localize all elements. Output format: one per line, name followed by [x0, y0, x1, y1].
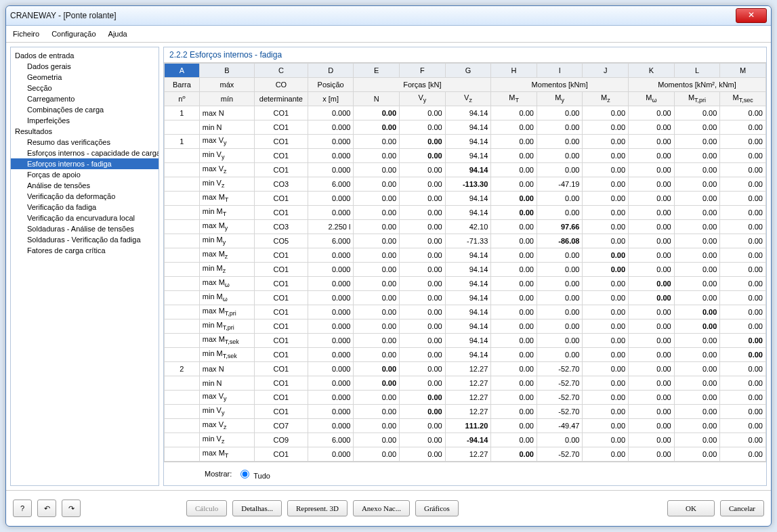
- titlebar[interactable]: CRANEWAY - [Ponte rolante] ✕: [6, 6, 771, 26]
- nav-tree[interactable]: Dados de entrada Dados geraisGeometriaSe…: [10, 47, 159, 486]
- tree-item[interactable]: Soldaduras - Análise de tensões: [11, 223, 159, 234]
- table-row[interactable]: max MT,sekCO10.0000.000.0094.140.000.000…: [165, 334, 766, 348]
- hdr-max[interactable]: máx: [199, 78, 254, 92]
- col-header[interactable]: MT,pri: [674, 92, 720, 106]
- col-letter[interactable]: J: [583, 64, 629, 78]
- menu-config[interactable]: Configuração: [51, 30, 96, 38]
- tree-item[interactable]: Verificação da deformação: [11, 191, 159, 202]
- window-title: CRANEWAY - [Ponte rolante]: [10, 11, 736, 20]
- data-grid[interactable]: ABCDEFGHIJKLM Barra máx CO Posição Força…: [164, 62, 766, 462]
- col-header[interactable]: My: [537, 92, 583, 106]
- col-header[interactable]: determinante: [254, 92, 308, 106]
- tree-item[interactable]: Verificação da fadiga: [11, 202, 159, 213]
- tree-item[interactable]: Soldaduras - Verificação da fadiga: [11, 234, 159, 245]
- table-row[interactable]: max VzCO70.0000.000.00111.200.00-49.470.…: [165, 419, 766, 433]
- tree-item[interactable]: Esforços internos - fadiga: [11, 158, 159, 169]
- col-header[interactable]: Mω: [629, 92, 675, 106]
- table-row[interactable]: min MzCO10.0000.000.0094.140.000.000.000…: [165, 263, 766, 277]
- help-icon[interactable]: ?: [13, 500, 32, 517]
- col-letter[interactable]: D: [308, 64, 354, 78]
- tree-item[interactable]: Verificação da encurvadura local: [11, 213, 159, 223]
- tree-group-results[interactable]: Resultados: [11, 126, 159, 137]
- table-row[interactable]: min NCO10.0000.000.0094.140.000.000.000.…: [165, 120, 766, 135]
- hdr-barra[interactable]: Barra: [165, 78, 200, 92]
- tree-item[interactable]: Esforços internos - capacidade de carga: [11, 148, 159, 158]
- tree-item[interactable]: Forças de apoio: [11, 169, 159, 180]
- tree-item[interactable]: Análise de tensões: [11, 180, 159, 191]
- close-icon[interactable]: ✕: [736, 8, 767, 23]
- table-row[interactable]: max MTCO10.0000.000.0094.140.000.000.000…: [165, 192, 766, 206]
- calc-button[interactable]: Cálculo: [186, 500, 227, 516]
- panel-title: 2.2.2 Esforços internos - fadiga: [164, 47, 766, 62]
- prev-icon[interactable]: ↶: [37, 500, 56, 517]
- table-row[interactable]: 1max VyCO10.0000.000.0094.140.000.000.00…: [165, 135, 766, 149]
- hdr-pos[interactable]: Posição: [308, 78, 354, 92]
- table-row[interactable]: min MyCO56.0000.000.00-71.330.00-86.080.…: [165, 234, 766, 248]
- table-row[interactable]: min VyCO10.0000.000.0012.270.00-52.700.0…: [165, 405, 766, 419]
- col-letter[interactable]: L: [674, 64, 720, 78]
- table-row[interactable]: max MyCO32.250 l0.000.0042.100.0097.660.…: [165, 220, 766, 234]
- tree-item[interactable]: Imperfeições: [11, 115, 159, 126]
- table-row[interactable]: max VzCO10.0000.000.0094.140.000.000.000…: [165, 163, 766, 177]
- table-row[interactable]: 2max NCO10.0000.000.0012.270.00-52.700.0…: [165, 362, 766, 376]
- col-letter[interactable]: A: [165, 64, 200, 78]
- col-header[interactable]: MT: [491, 92, 537, 106]
- hdr-momentos[interactable]: Momentos [kNm]: [491, 78, 629, 92]
- anexo-button[interactable]: Anexo Nac...: [353, 500, 410, 516]
- menu-file[interactable]: Ficheiro: [13, 30, 39, 38]
- col-letter[interactable]: M: [720, 64, 766, 78]
- tree-item[interactable]: Geometria: [11, 72, 159, 83]
- table-row[interactable]: max MzCO10.0000.000.0094.140.000.000.000…: [165, 248, 766, 263]
- details-button[interactable]: Detalhas...: [232, 500, 282, 516]
- col-header[interactable]: mín: [199, 92, 254, 106]
- col-letter[interactable]: H: [491, 64, 537, 78]
- table-row[interactable]: min NCO10.0000.000.0012.270.00-52.700.00…: [165, 376, 766, 391]
- app-window: CRANEWAY - [Ponte rolante] ✕ Ficheiro Co…: [5, 5, 772, 527]
- col-letter[interactable]: G: [445, 64, 491, 78]
- col-header[interactable]: nº: [165, 92, 200, 106]
- table-row[interactable]: min VyCO10.0000.000.0094.140.000.000.000…: [165, 149, 766, 163]
- col-letter[interactable]: I: [537, 64, 583, 78]
- hdr-forcas[interactable]: Forças [kN]: [354, 78, 491, 92]
- col-letter[interactable]: F: [400, 64, 446, 78]
- ok-button[interactable]: OK: [667, 500, 715, 516]
- col-header[interactable]: Mz: [583, 92, 629, 106]
- table-row[interactable]: min VzCO36.0000.000.00-113.300.00-47.190…: [165, 177, 766, 192]
- table-row[interactable]: 1max NCO10.0000.000.0094.140.000.000.000…: [165, 106, 766, 120]
- menubar: Ficheiro Configuração Ajuda: [6, 26, 771, 43]
- next-icon[interactable]: ↷: [62, 500, 81, 517]
- tree-item[interactable]: Resumo das verificações: [11, 137, 159, 148]
- tree-item[interactable]: Fatores de carga crítica: [11, 245, 159, 256]
- tree-item[interactable]: Carregamento: [11, 93, 159, 104]
- col-header[interactable]: x [m]: [308, 92, 354, 106]
- col-header[interactable]: Vz: [445, 92, 491, 106]
- show-all-input[interactable]: [240, 470, 249, 479]
- col-header[interactable]: N: [354, 92, 400, 106]
- col-letter[interactable]: K: [629, 64, 675, 78]
- tree-group-input[interactable]: Dados de entrada: [11, 50, 159, 61]
- represent3d-button[interactable]: Represent. 3D: [287, 500, 348, 516]
- col-letter[interactable]: E: [354, 64, 400, 78]
- table-row[interactable]: max MωCO10.0000.000.0094.140.000.000.000…: [165, 277, 766, 291]
- col-header[interactable]: MT,sec: [720, 92, 766, 106]
- table-row[interactable]: min VzCO96.0000.000.00-94.140.000.000.00…: [165, 433, 766, 447]
- table-row[interactable]: min MTCO10.0000.000.0094.140.000.000.000…: [165, 206, 766, 220]
- table-row[interactable]: max MTCO10.0000.000.0012.270.00-52.700.0…: [165, 447, 766, 462]
- table-row[interactable]: min MT,priCO10.0000.000.0094.140.000.000…: [165, 319, 766, 334]
- col-letter[interactable]: B: [199, 64, 254, 78]
- tree-item[interactable]: Combinações de carga: [11, 104, 159, 115]
- col-header[interactable]: Vy: [400, 92, 446, 106]
- table-row[interactable]: max MT,priCO10.0000.000.0094.140.000.000…: [165, 305, 766, 319]
- cancel-button[interactable]: Cancelar: [720, 500, 764, 516]
- table-row[interactable]: min MT,sekCO10.0000.000.0094.140.000.000…: [165, 348, 766, 362]
- show-all-radio[interactable]: Tudo: [237, 468, 270, 480]
- col-letter[interactable]: C: [254, 64, 308, 78]
- table-row[interactable]: min MωCO10.0000.000.0094.140.000.000.000…: [165, 291, 766, 305]
- table-row[interactable]: max VyCO10.0000.000.0012.270.00-52.700.0…: [165, 391, 766, 405]
- graficos-button[interactable]: Gráficos: [415, 500, 459, 516]
- tree-item[interactable]: Dados gerais: [11, 61, 159, 72]
- hdr-co[interactable]: CO: [254, 78, 308, 92]
- hdr-momentos2[interactable]: Momentos [kNm², kNm]: [629, 78, 766, 92]
- tree-item[interactable]: Secção: [11, 83, 159, 93]
- menu-help[interactable]: Ajuda: [108, 30, 127, 38]
